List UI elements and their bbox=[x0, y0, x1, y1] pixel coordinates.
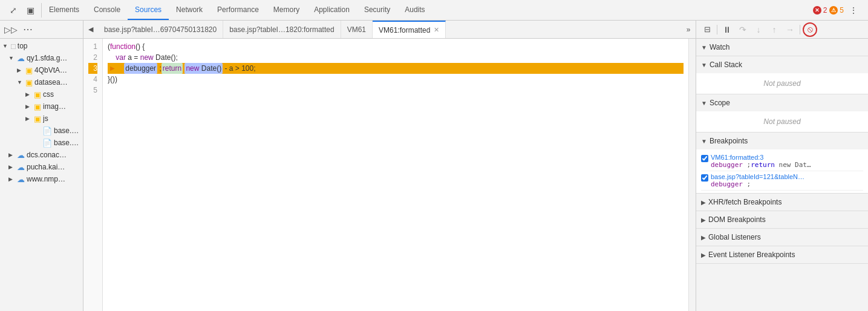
tree-item-4qbv[interactable]: ▶ ▣ 4QbVtA… bbox=[0, 64, 83, 76]
tree-item-base2[interactable]: ▶ 📄 base.… bbox=[0, 137, 83, 149]
tree-arrow-css: ▶ bbox=[25, 91, 34, 97]
tree-item-base1[interactable]: ▶ 📄 base.… bbox=[0, 125, 83, 137]
event-section: ▶ Event Listener Breakpoints bbox=[696, 246, 868, 264]
folder-icon-js: ▣ bbox=[34, 114, 41, 123]
tree-label-pucha: pucha.kai… bbox=[27, 163, 65, 171]
breakpoint-code-1: debugger ;return new Dat… bbox=[711, 161, 863, 169]
event-section-header[interactable]: ▶ Event Listener Breakpoints bbox=[696, 246, 868, 263]
show-drawer-icon[interactable]: ⊟ bbox=[700, 22, 714, 37]
tab-sources[interactable]: Sources bbox=[128, 0, 169, 20]
scope-section: ▼ Scope Not paused bbox=[696, 94, 868, 133]
more-menu-icon[interactable]: ⋮ bbox=[846, 3, 861, 18]
file-tab-vm61f[interactable]: VM61:formatted ✕ bbox=[373, 21, 446, 38]
tree-label-top: top bbox=[18, 42, 28, 50]
file-tab-base2[interactable]: base.jsp?tableI…1820:formatted bbox=[223, 21, 341, 38]
warning-badge[interactable]: ⚠ 5 bbox=[829, 6, 844, 15]
tree-item-top[interactable]: ▼ □ top bbox=[0, 40, 83, 52]
tree-arrow-pucha: ▶ bbox=[8, 164, 17, 170]
tab-console[interactable]: Console bbox=[86, 0, 128, 20]
call-stack-section-label: Call Stack bbox=[710, 61, 742, 69]
call-stack-section-header[interactable]: ▼ Call Stack bbox=[696, 56, 868, 73]
debug-arrow-icon: ▶ bbox=[110, 63, 115, 74]
xhr-section-header[interactable]: ▶ XHR/fetch Breakpoints bbox=[696, 194, 868, 211]
dom-section-label: DOM Breakpoints bbox=[708, 215, 766, 224]
file-icon-base1: 📄 bbox=[42, 126, 52, 136]
breakpoint-checkbox-2[interactable] bbox=[701, 174, 708, 182]
tree-item-css[interactable]: ▶ ▣ css bbox=[0, 88, 83, 100]
breakpoints-section-header[interactable]: ▼ Breakpoints bbox=[696, 133, 868, 149]
tab-memory[interactable]: Memory bbox=[266, 0, 307, 20]
watch-section: ▼ Watch bbox=[696, 39, 868, 56]
tree-item-imag[interactable]: ▶ ▣ imag… bbox=[0, 100, 83, 113]
file-icon-base2: 📄 bbox=[42, 139, 52, 148]
breakpoint-content-2: base.jsp?tableId=121&tableN… debugger ; bbox=[711, 173, 863, 188]
breakpoint-location-1: VM61:formatted:3 bbox=[711, 154, 863, 161]
dock-icon[interactable]: ▣ bbox=[23, 3, 38, 18]
step-over-btn: ↷ bbox=[736, 22, 750, 37]
tab-elements[interactable]: Elements bbox=[42, 0, 86, 20]
dom-section-header[interactable]: ▶ DOM Breakpoints bbox=[696, 211, 868, 228]
new-date-call: new Date() bbox=[184, 63, 223, 74]
tree-item-qy1[interactable]: ▼ ☁ qy1.sfda.g… bbox=[0, 52, 83, 64]
global-section: ▶ Global Listeners bbox=[696, 229, 868, 246]
tree-item-js[interactable]: ▶ ▣ js bbox=[0, 113, 83, 125]
tree-item-dcs[interactable]: ▶ ☁ dcs.conac… bbox=[0, 149, 83, 161]
xhr-section: ▶ XHR/fetch Breakpoints bbox=[696, 194, 868, 211]
close-tab-icon[interactable]: ✕ bbox=[434, 26, 439, 34]
folder-icon-4qbv: ▣ bbox=[25, 66, 33, 75]
tree-label-qy1: qy1.sfda.g… bbox=[27, 54, 67, 62]
folder-icon-css: ▣ bbox=[34, 90, 41, 99]
step-btn: → bbox=[783, 22, 797, 37]
line-num-3: 3 bbox=[88, 63, 97, 74]
code-line-1: (function() { bbox=[108, 41, 684, 52]
tab-performance[interactable]: Performance bbox=[210, 0, 266, 20]
cursor-icon[interactable]: ⤢ bbox=[6, 3, 21, 18]
line-num-1: 1 bbox=[88, 41, 97, 52]
more-tabs-icon[interactable]: » bbox=[681, 25, 696, 34]
xhr-section-label: XHR/fetch Breakpoints bbox=[708, 198, 782, 206]
folder-open-icon: □ bbox=[11, 42, 16, 51]
toolbar-separator-2 bbox=[800, 25, 800, 34]
tree-label-css: css bbox=[43, 90, 54, 99]
tree-item-pucha[interactable]: ▶ ☁ pucha.kai… bbox=[0, 161, 83, 173]
prev-tab-icon[interactable]: ◀ bbox=[83, 21, 98, 38]
code-editor[interactable]: 1 2 3 4 5 (function() { var a = new Date… bbox=[83, 39, 696, 311]
breakpoint-content-1: VM61:formatted:3 debugger ;return new Da… bbox=[711, 154, 863, 169]
tree-label-imag: imag… bbox=[43, 102, 66, 111]
global-section-header[interactable]: ▶ Global Listeners bbox=[696, 229, 868, 246]
warning-count: 5 bbox=[840, 6, 844, 15]
error-dot: ✕ bbox=[813, 6, 821, 15]
breakpoint-checkbox-1[interactable] bbox=[701, 155, 708, 162]
network-icon-dcs: ☁ bbox=[17, 151, 25, 160]
sidebar-more-icon[interactable]: ⋯ bbox=[21, 22, 35, 37]
line-num-2: 2 bbox=[88, 52, 97, 63]
file-tab-base1[interactable]: base.jsp?tableI…69704750131820 bbox=[98, 21, 223, 38]
right-panel-content: ▼ Watch ▼ Call Stack Not paused ▼ Scope bbox=[696, 39, 868, 311]
breakpoint-code-2: debugger ; bbox=[711, 180, 863, 188]
tab-security[interactable]: Security bbox=[357, 0, 397, 20]
global-arrow-icon: ▶ bbox=[701, 234, 706, 241]
dom-section: ▶ DOM Breakpoints bbox=[696, 211, 868, 229]
call-stack-body: Not paused bbox=[696, 73, 868, 94]
file-tab-vm61[interactable]: VM61 bbox=[341, 21, 373, 38]
code-line-3: ▶ debugger ; return new Date() - a > 100… bbox=[108, 63, 684, 74]
tree-item-datasea[interactable]: ▼ ▣ datasea… bbox=[0, 76, 83, 88]
tab-network[interactable]: Network bbox=[169, 0, 210, 20]
expand-all-icon[interactable]: ▷▷ bbox=[4, 22, 18, 37]
tab-audits[interactable]: Audits bbox=[397, 0, 432, 20]
tree-item-www[interactable]: ▶ ☁ www.nmp… bbox=[0, 173, 83, 185]
code-line-2: var a = new Date(); bbox=[108, 52, 684, 63]
tab-application[interactable]: Application bbox=[307, 0, 357, 20]
scope-arrow-icon: ▼ bbox=[701, 100, 707, 106]
deactivate-breakpoints-btn[interactable]: ⦸ bbox=[803, 22, 817, 37]
error-badge[interactable]: ✕ 2 bbox=[813, 6, 827, 15]
pause-resume-btn[interactable]: ⏸ bbox=[720, 22, 734, 37]
tree-arrow-4qbv: ▶ bbox=[17, 67, 25, 73]
scope-section-header[interactable]: ▼ Scope bbox=[696, 94, 868, 111]
sidebar-tree: ▼ □ top ▼ ☁ qy1.sfda.g… ▶ ▣ 4QbVtA… ▼ ▣ … bbox=[0, 39, 83, 311]
network-icon-pucha: ☁ bbox=[17, 163, 25, 172]
breakpoints-section-label: Breakpoints bbox=[710, 137, 748, 145]
event-section-label: Event Listener Breakpoints bbox=[708, 250, 795, 259]
watch-section-header[interactable]: ▼ Watch bbox=[696, 39, 868, 56]
file-tab-label-base2: base.jsp?tableI…1820:formatted bbox=[229, 25, 334, 34]
